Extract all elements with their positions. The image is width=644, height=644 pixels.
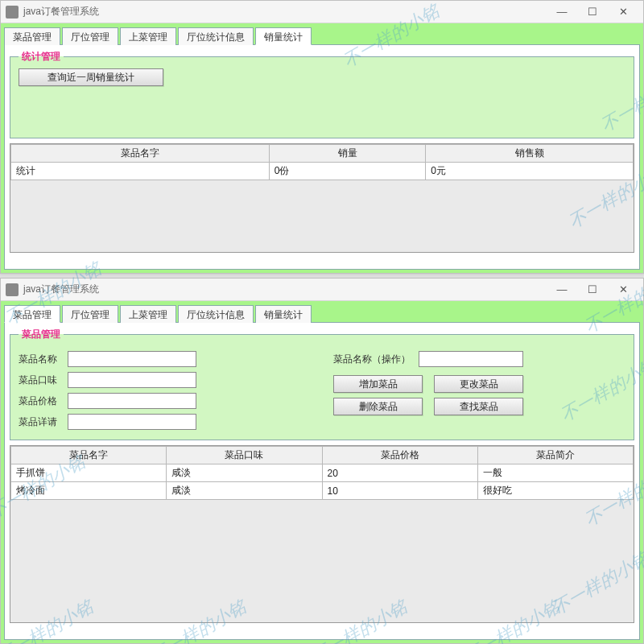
window-title: java订餐管理系统	[23, 5, 99, 19]
group-title: 菜品管理	[19, 328, 64, 341]
label-dish-price: 菜品价格	[19, 394, 63, 408]
group-title: 统计管理	[19, 50, 64, 64]
tab-hall-stats[interactable]: 厅位统计信息	[178, 305, 254, 323]
delete-dish-button[interactable]: 删除菜品	[333, 398, 423, 415]
tab-hall-stats[interactable]: 厅位统计信息	[178, 27, 254, 45]
titlebar[interactable]: java订餐管理系统 — ☐ ✕	[1, 279, 643, 301]
tab-dish-mgmt[interactable]: 菜品管理	[4, 27, 60, 45]
table-row[interactable]: 统计 0份 0元	[11, 163, 634, 180]
col-dish-name[interactable]: 菜品名字	[11, 447, 167, 464]
dish-desc-input[interactable]	[68, 414, 196, 430]
col-dish-price[interactable]: 菜品价格	[322, 447, 477, 464]
label-dish-name: 菜品名称	[19, 353, 63, 366]
tab-hall-mgmt[interactable]: 厅位管理	[62, 305, 118, 323]
tabstrip: 菜品管理 厅位管理 上菜管理 厅位统计信息 销量统计	[4, 27, 640, 44]
op-name-input[interactable]	[419, 351, 523, 367]
table-row[interactable]: 手抓饼 咸淡 20 一般	[11, 464, 634, 482]
window-sales-stats: java订餐管理系统 — ☐ ✕ 菜品管理 厅位管理 上菜管理 厅位统计信息 销…	[0, 0, 644, 274]
find-dish-button[interactable]: 查找菜品	[434, 398, 523, 415]
col-qty[interactable]: 销量	[269, 145, 426, 163]
update-dish-button[interactable]: 更改菜品	[434, 375, 523, 393]
dish-table[interactable]: 菜品名字 菜品口味 菜品价格 菜品简介 手抓饼 咸淡 20 一般	[10, 446, 634, 500]
minimize-button[interactable]: —	[547, 2, 577, 22]
tab-hall-mgmt[interactable]: 厅位管理	[62, 27, 118, 45]
minimize-button[interactable]: —	[547, 280, 577, 299]
dish-table-wrap: 菜品名字 菜品口味 菜品价格 菜品简介 手抓饼 咸淡 20 一般	[10, 445, 634, 623]
col-amount[interactable]: 销售额	[426, 145, 634, 163]
titlebar[interactable]: java订餐管理系统 — ☐ ✕	[1, 1, 643, 23]
tab-sales-stats[interactable]: 销量统计	[255, 27, 312, 45]
maximize-button[interactable]: ☐	[577, 280, 608, 299]
label-dish-taste: 菜品口味	[19, 374, 63, 387]
tab-dish-mgmt[interactable]: 菜品管理	[4, 305, 60, 323]
app-icon	[6, 6, 19, 19]
label-op-name: 菜品名称（操作）	[333, 353, 414, 366]
dish-name-input[interactable]	[68, 351, 196, 367]
table-row[interactable]: 烤冷面 咸淡 10 很好吃	[11, 482, 634, 500]
window-dish-mgmt: java订餐管理系统 — ☐ ✕ 菜品管理 厅位管理 上菜管理 厅位统计信息 销…	[0, 278, 644, 644]
window-title: java订餐管理系统	[23, 283, 99, 296]
sales-table-wrap: 菜品名字 销量 销售额 统计 0份 0元	[10, 143, 634, 253]
app-icon	[6, 283, 19, 296]
col-dish-name[interactable]: 菜品名字	[11, 145, 270, 163]
panel-dish-mgmt: 菜品管理 菜品名称 菜品口味 菜品价格	[4, 322, 640, 640]
tab-sales-stats[interactable]: 销量统计	[255, 305, 312, 323]
maximize-button[interactable]: ☐	[577, 2, 608, 22]
tabstrip: 菜品管理 厅位管理 上菜管理 厅位统计信息 销量统计	[4, 304, 640, 322]
query-week-sales-button[interactable]: 查询近一周销量统计	[19, 68, 163, 86]
panel-sales-stats: 统计管理 查询近一周销量统计 菜品名字 销量 销售额 统计 0份 0元	[4, 44, 640, 270]
label-dish-desc: 菜品详请	[19, 415, 63, 429]
dish-price-input[interactable]	[68, 393, 196, 409]
col-dish-desc[interactable]: 菜品简介	[477, 447, 633, 464]
close-button[interactable]: ✕	[608, 280, 638, 299]
sales-table[interactable]: 菜品名字 销量 销售额 统计 0份 0元	[10, 144, 634, 180]
add-dish-button[interactable]: 增加菜品	[333, 375, 423, 393]
group-stats: 统计管理 查询近一周销量统计	[10, 50, 634, 138]
tab-serve-mgmt[interactable]: 上菜管理	[120, 305, 176, 323]
group-dish: 菜品管理 菜品名称 菜品口味 菜品价格	[10, 328, 634, 440]
dish-taste-input[interactable]	[68, 372, 196, 388]
tab-serve-mgmt[interactable]: 上菜管理	[120, 27, 176, 45]
close-button[interactable]: ✕	[608, 2, 638, 22]
col-dish-taste[interactable]: 菜品口味	[167, 447, 322, 464]
